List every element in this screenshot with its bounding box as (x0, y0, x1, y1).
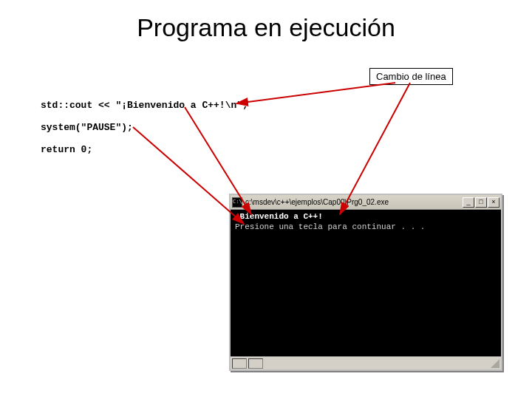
console-output: ¡Bienvenido a C++! Presione una tecla pa… (231, 210, 501, 233)
callout-newline: Cambio de línea (369, 68, 453, 85)
console-window: c:\msdev\c++\ejemplos\Cap00\Prg0_02.exe … (229, 194, 502, 371)
code-line-system: system("PAUSE"); (41, 122, 133, 133)
close-button[interactable]: × (488, 197, 499, 208)
titlebar-buttons: _ □ × (462, 197, 501, 208)
console-output-line-1: ¡Bienvenido a C++! (235, 211, 497, 222)
console-titlebar: c:\msdev\c++\ejemplos\Cap00\Prg0_02.exe … (231, 195, 501, 210)
maximize-button[interactable]: □ (475, 197, 487, 208)
console-statusbar (231, 356, 501, 369)
code-line-cout: std::cout << "¡Bienvenido a C++!\n"; (41, 100, 248, 111)
console-output-line-2: Presione una tecla para continuar . . . (235, 222, 497, 232)
svg-line-0 (236, 83, 395, 103)
resize-grip-icon[interactable] (491, 359, 499, 368)
page-title: Programa en ejecución (0, 13, 532, 42)
statusbar-cell (232, 358, 247, 369)
code-line-return: return 0; (41, 144, 92, 155)
console-title-text: c:\msdev\c++\ejemplos\Cap00\Prg0_02.exe (245, 198, 462, 206)
console-app-icon (232, 197, 242, 208)
minimize-button[interactable]: _ (463, 197, 474, 208)
statusbar-cell (248, 358, 263, 369)
svg-line-2 (133, 127, 244, 224)
